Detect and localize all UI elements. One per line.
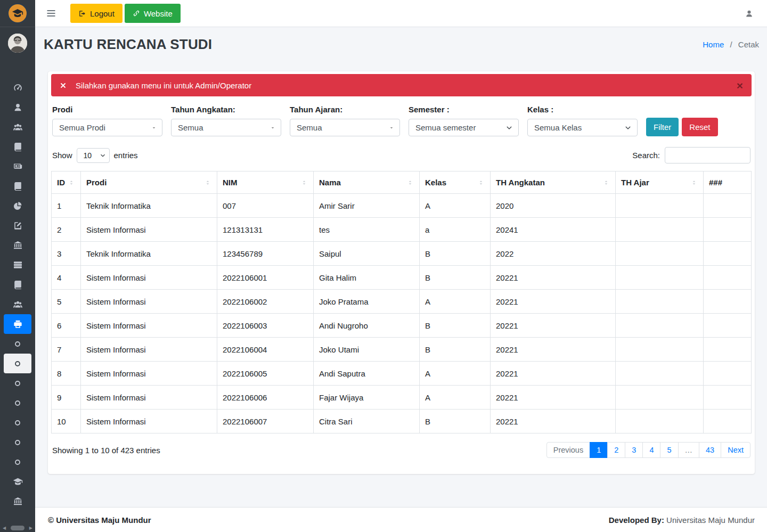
sidebar-item-1-gauge-icon[interactable] (4, 78, 31, 97)
sidebar-item-5-newspaper-icon[interactable] (4, 157, 31, 176)
table-cell (616, 314, 704, 338)
table-row: 2Sistem Informasi121313131tesa20241 (52, 218, 752, 242)
caret-down-icon (389, 125, 394, 130)
column-header-th-angkatan[interactable]: TH Angkatan (491, 171, 616, 194)
table-cell: 6 (52, 314, 81, 338)
tahun-angkatan-select[interactable]: Semua (171, 119, 281, 136)
table-cell: A (420, 362, 491, 386)
table-cell: 20241 (491, 218, 616, 242)
sidebar-item-21-graduation-cap-icon[interactable] (4, 472, 31, 492)
table-cell: tes (314, 218, 420, 242)
sidebar-item-10-server-icon[interactable] (4, 255, 31, 275)
column-header-th-ajar[interactable]: TH Ajar (616, 171, 704, 194)
column-header-nama[interactable]: Nama (314, 171, 420, 194)
sidebar-item-22-university-icon[interactable] (4, 492, 31, 511)
sidebar-item-4-book-icon[interactable] (4, 137, 31, 157)
sidebar-item-19-circle-icon[interactable] (4, 432, 31, 452)
sidebar-toggle-button[interactable] (44, 6, 59, 21)
filter-button[interactable]: Filter (646, 118, 679, 136)
sidebar-item-3-users-icon[interactable] (4, 117, 31, 137)
pagination-page-1[interactable]: 1 (590, 442, 608, 458)
pagination-next[interactable]: Next (721, 442, 750, 458)
sidebar-item-8-edit-icon[interactable] (4, 216, 31, 235)
tahun-ajaran-select[interactable]: Semua (290, 119, 400, 136)
table-cell: Sistem Informasi (81, 338, 217, 362)
top-navbar: Logout Website (35, 0, 767, 27)
sign-out-icon (78, 10, 86, 18)
column-header-prodi[interactable]: Prodi (81, 171, 217, 194)
table-cell (704, 338, 752, 362)
sort-icon (406, 179, 414, 186)
pagination-page-43[interactable]: 43 (699, 442, 721, 458)
pagination-previous[interactable]: Previous (546, 442, 590, 458)
pagination-page-3[interactable]: 3 (625, 442, 643, 458)
table-cell (704, 194, 752, 218)
table-cell: Teknik Informatika (81, 242, 217, 266)
sidebar-item-20-circle-icon[interactable] (4, 452, 31, 472)
logout-label: Logout (90, 9, 115, 18)
pagination-page-4[interactable]: 4 (642, 442, 660, 458)
pagination-page-5[interactable]: 5 (660, 442, 678, 458)
pagination-page-2[interactable]: 2 (607, 442, 625, 458)
content-card: Silahkan gunakan menu ini untuk Admin/Op… (48, 71, 755, 474)
scroll-thumb[interactable] (11, 526, 25, 530)
alert-close-button[interactable]: × (737, 80, 743, 91)
table-cell (616, 218, 704, 242)
sidebar-item-13-print-icon[interactable] (4, 314, 31, 334)
table-cell: Saipul (314, 242, 420, 266)
table-cell: Amir Sarir (314, 194, 420, 218)
tahun-ajaran-label: Tahun Ajaran: (290, 105, 400, 114)
logout-button[interactable]: Logout (70, 4, 123, 23)
semester-select[interactable]: Semua semester (409, 119, 519, 136)
brand-logo[interactable] (0, 0, 35, 27)
table-cell: 20221 (491, 266, 616, 290)
sidebar-item-14-circle-icon[interactable] (4, 334, 31, 354)
table-cell: 2022106001 (217, 266, 314, 290)
table-cell (616, 410, 704, 433)
list-controls: Show 10 entries Search: (51, 147, 752, 163)
sidebar-item-18-circle-icon[interactable] (4, 413, 31, 432)
table-cell (616, 386, 704, 410)
sidebar-item-6-book-icon[interactable] (4, 176, 31, 196)
search-input[interactable] (665, 147, 750, 163)
caret-down-icon (151, 125, 157, 130)
sidebar-item-9-university-icon[interactable] (4, 235, 31, 255)
sidebar-item-2-user-icon[interactable] (4, 97, 31, 117)
table-row: 4Sistem Informasi2022106001Gita HalimB20… (52, 266, 752, 290)
reset-button[interactable]: Reset (682, 118, 717, 136)
caret-down-icon (270, 125, 275, 130)
breadcrumb-home-link[interactable]: Home (703, 40, 724, 49)
website-button[interactable]: Website (125, 4, 181, 23)
pagination-ellipsis: … (678, 442, 700, 458)
column-header-nim[interactable]: NIM (217, 171, 314, 194)
prodi-label: Prodi (52, 105, 162, 114)
sidebar-item-16-circle-icon[interactable] (4, 373, 31, 393)
sort-icon (602, 179, 610, 186)
sidebar-item-15-circle-icon[interactable] (4, 354, 31, 373)
sidebar-item-11-book-icon[interactable] (4, 275, 31, 294)
sidebar-item-17-circle-icon[interactable] (4, 393, 31, 413)
table-cell: Sistem Informasi (81, 362, 217, 386)
page-title: KARTU RENCANA STUDI (44, 36, 212, 53)
table-cell: 2022106003 (217, 314, 314, 338)
sidebar-scrollbar[interactable]: ◀ ▶ (0, 526, 35, 530)
sidebar-item-7-chart-pie-icon[interactable] (4, 196, 31, 216)
sidebar-user[interactable] (0, 27, 35, 59)
table-row: 9Sistem Informasi2022106006Fajar WijayaA… (52, 386, 752, 410)
page-size-select[interactable]: 10 (77, 148, 110, 163)
kelas-select[interactable]: Semua Kelas (527, 119, 638, 136)
table-cell (704, 362, 752, 386)
table-cell: 2022 (491, 242, 616, 266)
table-cell: B (420, 314, 491, 338)
table-cell (616, 194, 704, 218)
krs-table: IDProdiNIMNamaKelasTH AngkatanTH Ajar###… (51, 171, 752, 433)
user-menu-button[interactable] (742, 7, 756, 20)
column-header-id[interactable]: ID (52, 171, 81, 194)
table-cell: Sistem Informasi (81, 266, 217, 290)
chevron-down-icon (100, 152, 106, 159)
sidebar-item-12-users-icon[interactable] (4, 294, 31, 314)
column-header-kelas[interactable]: Kelas (420, 171, 491, 194)
scroll-left-icon[interactable]: ◀ (3, 526, 6, 530)
prodi-select[interactable]: Semua Prodi (52, 119, 162, 136)
scroll-right-icon[interactable]: ▶ (29, 526, 32, 530)
